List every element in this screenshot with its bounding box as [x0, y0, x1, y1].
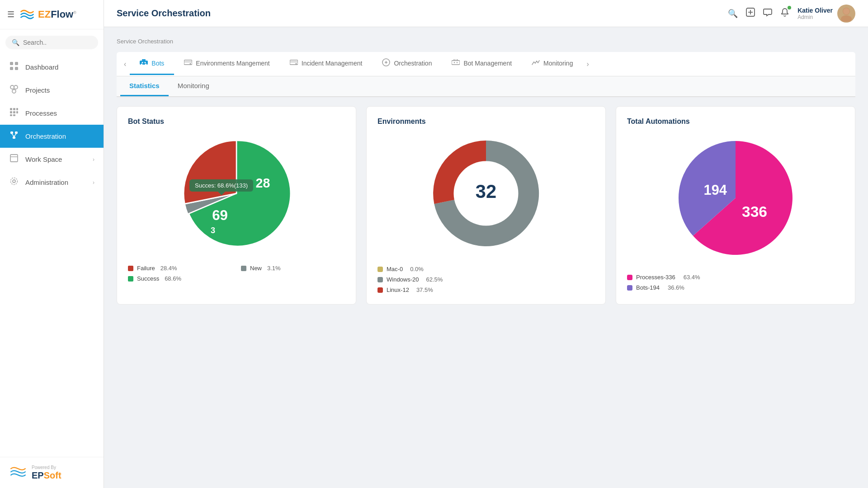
environments-tab-icon	[184, 59, 192, 67]
tab-env-label: Environments Mangement	[196, 60, 269, 67]
svg-point-38	[190, 63, 191, 65]
bot-status-svg: 69 28 3	[178, 135, 295, 252]
tab-monitoring[interactable]: Monitoring	[522, 53, 583, 75]
sidebar-item-label: Work Space	[25, 155, 62, 163]
legend-success: Success 68.6%	[128, 275, 232, 282]
page-title: Service Orchestration	[117, 8, 721, 19]
chat-icon[interactable]	[763, 8, 772, 19]
windows-label: Windows-20	[387, 276, 419, 283]
bot-status-pie-wrapper: 69 28 3 Succes: 68.6%(133)	[178, 135, 295, 252]
svg-point-23	[11, 178, 18, 185]
sidebar-item-label: Projects	[25, 86, 50, 94]
user-avatar[interactable]	[837, 5, 855, 23]
svg-rect-10	[10, 111, 12, 113]
sidebar-item-administration[interactable]: Administration ›	[0, 171, 104, 194]
new-label: New	[250, 265, 262, 272]
sidebar-item-dashboard[interactable]: Dashboard	[0, 56, 104, 79]
svg-rect-35	[145, 64, 146, 65]
tab-monitoring-label: Monitoring	[543, 60, 573, 67]
tab-prev-arrow[interactable]: ‹	[120, 56, 130, 73]
svg-rect-20	[10, 155, 18, 162]
sidebar-item-orchestration[interactable]: Orchestration	[0, 125, 104, 148]
user-info[interactable]: Katie Oliver Admin	[797, 5, 855, 23]
linux-percent: 37.5%	[416, 286, 433, 293]
topbar-actions: 🔍 Katie Oliver Admin	[728, 5, 855, 23]
bot-status-card: Bot Status	[117, 106, 356, 305]
bots-dot	[627, 285, 632, 291]
legend-windows: Windows-20 62.5%	[377, 276, 594, 283]
svg-point-32	[142, 62, 143, 63]
search-icon: 🔍	[12, 39, 19, 46]
total-automations-chart: 336 194 Processes-336 63.4% Bots-194	[627, 135, 844, 291]
svg-rect-15	[10, 131, 13, 134]
svg-rect-9	[16, 108, 18, 110]
sub-tab-statistics-label: Statistics	[129, 82, 160, 89]
svg-point-22	[13, 180, 15, 183]
svg-rect-43	[452, 61, 460, 65]
sub-tab-monitoring[interactable]: Monitoring	[169, 76, 218, 96]
orchestration-icon	[9, 131, 19, 142]
tab-incident-management[interactable]: Incident Management	[280, 53, 373, 75]
success-label: Success	[137, 275, 159, 282]
legend-new: New 3.1%	[241, 265, 345, 272]
svg-rect-8	[13, 108, 15, 110]
svg-text:69: 69	[212, 207, 228, 223]
sidebar-header: ☰ EZFlow®	[0, 0, 104, 29]
svg-point-28	[841, 15, 852, 22]
tab-orchestration-label: Orchestration	[394, 60, 432, 67]
search-topbar-icon[interactable]: 🔍	[728, 9, 738, 19]
hamburger-icon[interactable]: ☰	[7, 9, 14, 19]
tab-next-arrow[interactable]: ›	[583, 56, 592, 73]
failure-percent: 28.4%	[160, 265, 177, 272]
tabs-nav: ‹ Bots Environments Mangement Inc	[117, 52, 855, 76]
bots-tab-icon	[140, 59, 148, 67]
sub-tab-monitoring-label: Monitoring	[178, 82, 209, 89]
svg-rect-17	[13, 136, 15, 139]
add-icon[interactable]	[746, 8, 755, 19]
sidebar-item-label: Processes	[25, 109, 57, 117]
sub-tab-statistics[interactable]: Statistics	[120, 76, 169, 96]
svg-point-4	[10, 85, 14, 89]
epsoft-logo-icon	[9, 466, 27, 479]
svg-rect-7	[10, 108, 12, 110]
success-dot	[128, 276, 133, 282]
svg-rect-44	[454, 59, 458, 61]
breadcrumb: Service Orchestration	[117, 38, 855, 45]
tab-bot-management[interactable]: Bot Management	[442, 53, 522, 75]
svg-rect-11	[13, 111, 15, 113]
search-box[interactable]: 🔍	[5, 36, 98, 49]
sidebar-footer: Powered By EPSoft	[0, 457, 104, 488]
workspace-icon	[9, 154, 19, 165]
svg-text:194: 194	[704, 182, 727, 198]
incident-tab-icon	[290, 59, 298, 67]
failure-dot	[128, 266, 133, 271]
tab-bots-label: Bots	[151, 60, 164, 67]
processes-label: Processes-336	[636, 274, 675, 281]
sidebar-item-processes[interactable]: Processes	[0, 102, 104, 125]
sidebar-item-label: Dashboard	[25, 63, 58, 71]
bot-status-legend: Failure 28.4% New 3.1% Success 68.6%	[128, 265, 345, 282]
svg-point-46	[457, 62, 458, 63]
tab-environments-management[interactable]: Environments Mangement	[174, 53, 279, 75]
svg-line-18	[12, 134, 14, 136]
tab-bots[interactable]: Bots	[130, 53, 174, 75]
svg-point-29	[843, 8, 849, 14]
sidebar-item-workspace[interactable]: Work Space ›	[0, 148, 104, 171]
svg-rect-0	[10, 62, 13, 65]
bot-status-title: Bot Status	[128, 117, 345, 126]
processes-icon	[9, 108, 19, 119]
logo-icon	[19, 8, 35, 21]
environments-title: Environments	[377, 117, 594, 126]
environments-svg: 32	[427, 135, 545, 252]
bell-icon[interactable]	[780, 8, 789, 19]
bot-mgmt-tab-icon	[452, 59, 460, 67]
processes-dot	[627, 275, 632, 280]
sidebar-item-label: Administration	[25, 178, 68, 186]
svg-rect-16	[15, 131, 18, 134]
total-automations-legend: Processes-336 63.4% Bots-194 36.6%	[627, 274, 844, 291]
bots-percent: 36.6%	[668, 284, 684, 291]
tab-bot-mgmt-label: Bot Management	[463, 60, 512, 67]
tab-orchestration[interactable]: Orchestration	[372, 52, 442, 76]
search-input[interactable]	[23, 39, 92, 46]
sidebar-item-projects[interactable]: Projects	[0, 79, 104, 102]
